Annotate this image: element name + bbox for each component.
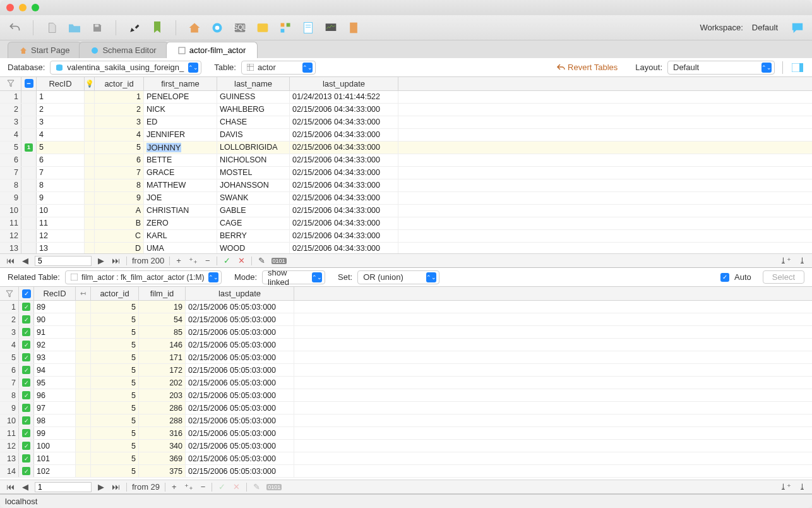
table-row[interactable]: 222NICKWAHLBERG02/15/2006 04:34:33:000 bbox=[0, 104, 812, 116]
export-button[interactable]: ⤓ bbox=[797, 482, 807, 492]
hex-button[interactable]: 0101 bbox=[266, 484, 282, 490]
edit-button[interactable]: ✎ bbox=[252, 482, 261, 492]
col-last-name[interactable]: last_name bbox=[217, 77, 290, 90]
commit-button[interactable]: ✓ bbox=[217, 482, 227, 492]
tab-start-page[interactable]: Start Page bbox=[8, 42, 81, 58]
query-icon[interactable] bbox=[256, 21, 270, 35]
maximize-window-button[interactable] bbox=[32, 4, 39, 11]
monitor-icon[interactable] bbox=[324, 21, 338, 35]
import-button[interactable]: ⤓⁺ bbox=[779, 482, 792, 492]
filter-column-icon[interactable] bbox=[0, 287, 19, 300]
revert-tables-button[interactable]: Revert Tables bbox=[556, 63, 618, 72]
col-recid[interactable]: RecID bbox=[34, 287, 76, 300]
hex-button[interactable]: 0101 bbox=[272, 258, 287, 264]
table-row[interactable]: 8✓96520302/15/2006 05:05:03:000 bbox=[0, 389, 812, 402]
table-row[interactable]: 11✓99531602/15/2006 05:05:03:000 bbox=[0, 427, 812, 440]
table-row[interactable]: 7✓95520202/15/2006 05:05:03:000 bbox=[0, 377, 812, 389]
import-button[interactable]: ⤓⁺ bbox=[779, 256, 792, 265]
edit-button[interactable]: ✎ bbox=[257, 256, 266, 265]
layout-select[interactable]: Default ⌃⌄ bbox=[667, 61, 775, 75]
prev-page-button[interactable]: ◀ bbox=[21, 256, 30, 265]
next-page-button[interactable]: ▶ bbox=[97, 256, 105, 265]
table-row[interactable]: 999JOESWANK02/15/2006 04:34:33:000 bbox=[0, 192, 812, 205]
form-icon[interactable] bbox=[301, 21, 315, 35]
col-film-id[interactable]: film_id bbox=[139, 287, 186, 300]
col-actor-id[interactable]: actor_id bbox=[91, 287, 139, 300]
panel-right-icon[interactable] bbox=[791, 61, 804, 75]
prev-page-button[interactable]: ◀ bbox=[21, 482, 30, 492]
mode-select[interactable]: show linked ⌃⌄ bbox=[262, 270, 325, 284]
table-row[interactable]: 1111BZEROCAGE02/15/2006 04:34:33:000 bbox=[0, 217, 812, 230]
table-row[interactable]: 1010ACHRISTIANGABLE02/15/2006 04:34:33:0… bbox=[0, 205, 812, 217]
add-row-button[interactable]: + bbox=[170, 482, 178, 492]
page-input[interactable] bbox=[35, 482, 92, 492]
col-link-icon[interactable]: ↤ bbox=[76, 287, 91, 300]
export-button[interactable]: ⤓ bbox=[797, 256, 807, 265]
folder-icon[interactable] bbox=[68, 21, 81, 35]
table-row[interactable]: 444JENNIFERDAVIS02/15/2006 04:34:33:000 bbox=[0, 129, 812, 142]
table-row[interactable]: 5155JOHNNYLOLLOBRIGIDA02/15/2006 04:34:3… bbox=[0, 142, 812, 154]
table-row[interactable]: 111PENELOPEGUINESS01/24/2013 01:41:44:52… bbox=[0, 91, 812, 104]
workspace-value[interactable]: Default bbox=[748, 21, 782, 33]
col-last-update[interactable]: last_update bbox=[186, 287, 294, 300]
database-select[interactable]: valentina_sakila_using_foreign_key ⌃⌄ bbox=[50, 61, 201, 75]
col-first-name[interactable]: first_name bbox=[144, 77, 217, 90]
close-window-button[interactable] bbox=[6, 4, 14, 11]
add-dup-row-button[interactable]: ⁺₊ bbox=[188, 256, 199, 265]
minimize-window-button[interactable] bbox=[19, 4, 27, 11]
table-row[interactable]: 14✓102537502/15/2006 05:05:03:000 bbox=[0, 465, 812, 478]
col-bulb-icon[interactable]: 💡 bbox=[85, 77, 95, 90]
table-row[interactable]: 5✓93517102/15/2006 05:05:03:000 bbox=[0, 351, 812, 364]
table-row[interactable]: 9✓97528602/15/2006 05:05:03:000 bbox=[0, 402, 812, 414]
col-recid[interactable]: RecID bbox=[37, 77, 85, 90]
table-row[interactable]: 12✓100534002/15/2006 05:05:03:000 bbox=[0, 440, 812, 452]
remove-row-button[interactable]: − bbox=[200, 482, 207, 492]
home-icon[interactable] bbox=[188, 21, 201, 35]
col-last-update[interactable]: last_update bbox=[290, 77, 398, 90]
tab-schema-editor[interactable]: Schema Editor bbox=[79, 42, 168, 58]
first-page-button[interactable]: ⏮ bbox=[5, 482, 16, 492]
table-select[interactable]: actor ⌃⌄ bbox=[241, 61, 316, 75]
table-row[interactable]: 1313DUMAWOOD02/15/2006 04:34:33:000 bbox=[0, 243, 812, 253]
cancel-button[interactable]: ✕ bbox=[232, 482, 241, 492]
set-select[interactable]: OR (union) ⌃⌄ bbox=[357, 270, 439, 284]
toggle-all-marker[interactable]: − bbox=[21, 77, 37, 90]
tab-actor-film-actor[interactable]: actor-film_actor bbox=[166, 42, 258, 58]
add-dup-row-button[interactable]: ⁺₊ bbox=[183, 482, 194, 492]
table-row[interactable]: 13✓101536902/15/2006 05:05:03:000 bbox=[0, 452, 812, 465]
table-row[interactable]: 3✓9158502/15/2006 05:05:03:000 bbox=[0, 326, 812, 339]
save-icon[interactable] bbox=[90, 21, 104, 35]
remove-row-button[interactable]: − bbox=[204, 256, 212, 265]
top-grid-body[interactable]: 111PENELOPEGUINESS01/24/2013 01:41:44:52… bbox=[0, 91, 812, 253]
table-row[interactable]: 777GRACEMOSTEL02/15/2006 04:34:33:000 bbox=[0, 167, 812, 179]
first-page-button[interactable]: ⏮ bbox=[5, 256, 16, 265]
related-table-select[interactable]: film_actor : fk_film_actor_actor (1:M) ⌃… bbox=[65, 270, 222, 284]
bookmark-icon[interactable] bbox=[150, 21, 164, 35]
filter-column-icon[interactable] bbox=[0, 77, 21, 90]
table-row[interactable]: 888MATTHEWJOHANSSON02/15/2006 04:34:33:0… bbox=[0, 179, 812, 192]
cancel-button[interactable]: ✕ bbox=[237, 256, 246, 265]
table-row[interactable]: 10✓98528802/15/2006 05:05:03:000 bbox=[0, 414, 812, 427]
auto-checkbox[interactable]: ✓ bbox=[720, 273, 729, 282]
last-page-button[interactable]: ⏭ bbox=[110, 256, 121, 265]
report-icon[interactable] bbox=[347, 21, 361, 35]
next-page-button[interactable]: ▶ bbox=[97, 482, 105, 492]
new-file-icon[interactable] bbox=[45, 21, 59, 35]
add-row-button[interactable]: + bbox=[175, 256, 182, 265]
table-row[interactable]: 1212CKARLBERRY02/15/2006 04:34:33:000 bbox=[0, 230, 812, 243]
undo-icon[interactable] bbox=[8, 21, 21, 35]
schema-icon[interactable] bbox=[210, 21, 224, 35]
bottom-grid-body[interactable]: 1✓8951902/15/2006 05:05:03:0002✓9055402/… bbox=[0, 301, 812, 480]
commit-button[interactable]: ✓ bbox=[222, 256, 232, 265]
select-button[interactable]: Select bbox=[763, 270, 804, 284]
table-row[interactable]: 2✓9055402/15/2006 05:05:03:000 bbox=[0, 313, 812, 326]
table-row[interactable]: 333EDCHASE02/15/2006 04:34:33:000 bbox=[0, 116, 812, 129]
last-page-button[interactable]: ⏭ bbox=[110, 482, 121, 492]
chat-icon[interactable] bbox=[791, 21, 804, 35]
col-actor-id[interactable]: actor_id bbox=[95, 77, 144, 90]
table-row[interactable]: 666BETTENICHOLSON02/15/2006 04:34:33:000 bbox=[0, 154, 812, 167]
page-input[interactable] bbox=[35, 256, 92, 266]
toggle-all-checkbox[interactable]: ✓ bbox=[19, 287, 34, 300]
pen-icon[interactable] bbox=[128, 21, 141, 35]
diagram-icon[interactable] bbox=[278, 21, 292, 35]
